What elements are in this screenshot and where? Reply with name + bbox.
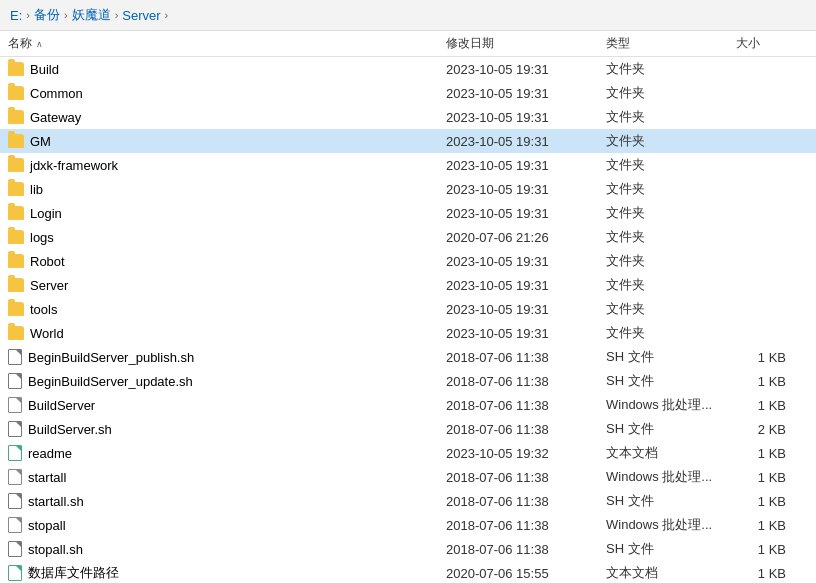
table-row[interactable]: GM 2023-10-05 19:31 文件夹: [0, 129, 816, 153]
col-type[interactable]: 类型: [606, 35, 736, 52]
file-name-cell: logs: [8, 230, 446, 245]
table-row[interactable]: BeginBuildServer_publish.sh 2018-07-06 1…: [0, 345, 816, 369]
table-row[interactable]: BeginBuildServer_update.sh 2018-07-06 11…: [0, 369, 816, 393]
file-date-cell: 2020-07-06 15:55: [446, 566, 606, 581]
file-size-cell: 1 KB: [736, 542, 816, 557]
table-row[interactable]: World 2023-10-05 19:31 文件夹: [0, 321, 816, 345]
file-name-cell: startall.sh: [8, 493, 446, 509]
table-row[interactable]: startall.sh 2018-07-06 11:38 SH 文件 1 KB: [0, 489, 816, 513]
file-type-cell: 文件夹: [606, 276, 736, 294]
file-date-cell: 2018-07-06 11:38: [446, 470, 606, 485]
chevron-icon-1: ›: [26, 9, 30, 21]
breadcrumb-drive[interactable]: E:: [10, 8, 22, 23]
file-name-cell: stopall.sh: [8, 541, 446, 557]
breadcrumb-ymd[interactable]: 妖魔道: [72, 6, 111, 24]
sh-file-icon: [8, 373, 22, 389]
file-name-cell: World: [8, 326, 446, 341]
table-row[interactable]: logs 2020-07-06 21:26 文件夹: [0, 225, 816, 249]
file-date-cell: 2023-10-05 19:31: [446, 254, 606, 269]
table-row[interactable]: Robot 2023-10-05 19:31 文件夹: [0, 249, 816, 273]
file-list: Build 2023-10-05 19:31 文件夹 Common 2023-1…: [0, 57, 816, 582]
file-size-cell: 2 KB: [736, 422, 816, 437]
folder-icon: [8, 278, 24, 292]
table-row[interactable]: Server 2023-10-05 19:31 文件夹: [0, 273, 816, 297]
file-name-label: BeginBuildServer_publish.sh: [28, 350, 194, 365]
file-date-cell: 2020-07-06 21:26: [446, 230, 606, 245]
file-date-cell: 2023-10-05 19:32: [446, 446, 606, 461]
file-name-label: tools: [30, 302, 57, 317]
breadcrumb-server[interactable]: Server: [122, 8, 160, 23]
file-name-cell: Gateway: [8, 110, 446, 125]
table-row[interactable]: startall 2018-07-06 11:38 Windows 批处理...…: [0, 465, 816, 489]
file-date-cell: 2018-07-06 11:38: [446, 398, 606, 413]
table-row[interactable]: BuildServer 2018-07-06 11:38 Windows 批处理…: [0, 393, 816, 417]
file-type-cell: 文件夹: [606, 252, 736, 270]
folder-icon: [8, 158, 24, 172]
file-explorer: 名称 ∧ 修改日期 类型 大小 Build 2023-10-05 19:31 文…: [0, 31, 816, 582]
table-row[interactable]: Common 2023-10-05 19:31 文件夹: [0, 81, 816, 105]
file-date-cell: 2018-07-06 11:38: [446, 494, 606, 509]
file-date-cell: 2023-10-05 19:31: [446, 206, 606, 221]
table-row[interactable]: stopall 2018-07-06 11:38 Windows 批处理... …: [0, 513, 816, 537]
file-date-cell: 2023-10-05 19:31: [446, 278, 606, 293]
file-type-cell: 文件夹: [606, 60, 736, 78]
file-date-cell: 2023-10-05 19:31: [446, 62, 606, 77]
table-row[interactable]: jdxk-framework 2023-10-05 19:31 文件夹: [0, 153, 816, 177]
file-name-cell: GM: [8, 134, 446, 149]
table-row[interactable]: Gateway 2023-10-05 19:31 文件夹: [0, 105, 816, 129]
file-size-cell: 1 KB: [736, 398, 816, 413]
file-type-cell: 文件夹: [606, 228, 736, 246]
col-date[interactable]: 修改日期: [446, 35, 606, 52]
file-name-label: BuildServer.sh: [28, 422, 112, 437]
file-name-cell: BeginBuildServer_update.sh: [8, 373, 446, 389]
file-name-label: BeginBuildServer_update.sh: [28, 374, 193, 389]
file-name-label: startall: [28, 470, 66, 485]
table-row[interactable]: tools 2023-10-05 19:31 文件夹: [0, 297, 816, 321]
chevron-icon-3: ›: [115, 9, 119, 21]
file-name-label: Gateway: [30, 110, 81, 125]
file-date-cell: 2018-07-06 11:38: [446, 350, 606, 365]
file-name-label: stopall: [28, 518, 66, 533]
file-size-cell: 1 KB: [736, 566, 816, 581]
table-row[interactable]: lib 2023-10-05 19:31 文件夹: [0, 177, 816, 201]
file-type-cell: SH 文件: [606, 372, 736, 390]
file-name-label: GM: [30, 134, 51, 149]
file-type-cell: SH 文件: [606, 348, 736, 366]
col-size[interactable]: 大小: [736, 35, 816, 52]
file-type-cell: Windows 批处理...: [606, 516, 736, 534]
file-name-label: 数据库文件路径: [28, 564, 119, 582]
file-type-cell: 文件夹: [606, 156, 736, 174]
col-name[interactable]: 名称 ∧: [8, 35, 446, 52]
folder-icon: [8, 326, 24, 340]
file-name-label: readme: [28, 446, 72, 461]
file-type-cell: 文本文档: [606, 444, 736, 462]
txt-file-icon: [8, 565, 22, 581]
file-name-label: lib: [30, 182, 43, 197]
breadcrumb-backup[interactable]: 备份: [34, 6, 60, 24]
file-name-label: Server: [30, 278, 68, 293]
file-name-cell: startall: [8, 469, 446, 485]
file-name-cell: BuildServer.sh: [8, 421, 446, 437]
table-row[interactable]: readme 2023-10-05 19:32 文本文档 1 KB: [0, 441, 816, 465]
table-row[interactable]: BuildServer.sh 2018-07-06 11:38 SH 文件 2 …: [0, 417, 816, 441]
sh-file-icon: [8, 541, 22, 557]
chevron-icon-4: ›: [165, 9, 169, 21]
file-type-cell: Windows 批处理...: [606, 396, 736, 414]
file-date-cell: 2018-07-06 11:38: [446, 542, 606, 557]
breadcrumb: E: › 备份 › 妖魔道 › Server ›: [0, 0, 816, 31]
file-type-cell: 文件夹: [606, 204, 736, 222]
column-headers: 名称 ∧ 修改日期 类型 大小: [0, 31, 816, 57]
file-size-cell: 1 KB: [736, 470, 816, 485]
table-row[interactable]: Build 2023-10-05 19:31 文件夹: [0, 57, 816, 81]
file-date-cell: 2023-10-05 19:31: [446, 182, 606, 197]
file-type-cell: SH 文件: [606, 540, 736, 558]
file-date-cell: 2023-10-05 19:31: [446, 110, 606, 125]
file-type-cell: Windows 批处理...: [606, 468, 736, 486]
folder-icon: [8, 62, 24, 76]
table-row[interactable]: 数据库文件路径 2020-07-06 15:55 文本文档 1 KB: [0, 561, 816, 582]
file-name-cell: Server: [8, 278, 446, 293]
table-row[interactable]: stopall.sh 2018-07-06 11:38 SH 文件 1 KB: [0, 537, 816, 561]
table-row[interactable]: Login 2023-10-05 19:31 文件夹: [0, 201, 816, 225]
file-name-cell: 数据库文件路径: [8, 564, 446, 582]
file-name-label: Login: [30, 206, 62, 221]
